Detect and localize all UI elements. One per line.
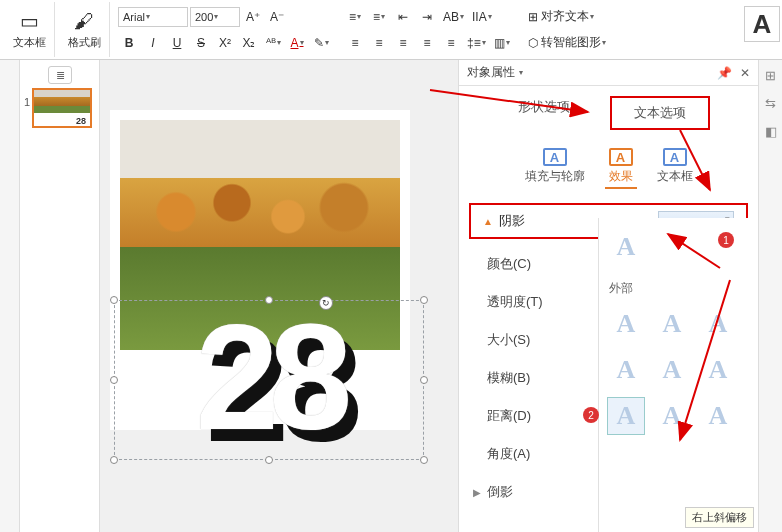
slide-canvas[interactable]: 28 28 ↻ bbox=[100, 60, 458, 532]
superscript-button[interactable]: X² bbox=[214, 32, 236, 54]
fill-icon: A bbox=[543, 148, 567, 166]
subtab-fill-label: 填充与轮廓 bbox=[525, 168, 585, 185]
format-painter-label: 格式刷 bbox=[68, 35, 101, 50]
bold-button[interactable]: B bbox=[118, 32, 140, 54]
align-left-button[interactable]: ≡ bbox=[344, 32, 366, 54]
ribbon-group-arrange: ⊞ 对齐文本▾ ⬡ 转智能图形▾ bbox=[521, 2, 613, 57]
slide-number: 1 bbox=[24, 96, 30, 108]
collapse-icon: ▶ bbox=[473, 487, 481, 498]
ribbon-group-font: Arial▾ 200▾ A⁺ A⁻ B I U S X² X₂ ᴬᴮ▾ A▾ ✎… bbox=[114, 2, 336, 57]
gallery-outer-2[interactable]: A bbox=[653, 305, 691, 343]
gallery-section-outer: 外部 bbox=[603, 270, 754, 301]
smartart-icon: ⬡ bbox=[528, 36, 538, 50]
tab-text-options[interactable]: 文本选项 bbox=[610, 96, 710, 130]
sub-tabs: A 填充与轮廓 A 效果 A 文本框 bbox=[459, 140, 758, 199]
textbox-label: 文本框 bbox=[13, 35, 46, 50]
subtab-fill[interactable]: A 填充与轮廓 bbox=[521, 146, 589, 189]
increase-font-button[interactable]: A⁺ bbox=[242, 6, 264, 28]
decrease-font-button[interactable]: A⁻ bbox=[266, 6, 288, 28]
wordart-style-button[interactable]: A bbox=[744, 6, 780, 42]
annotation-badge-2: 2 bbox=[583, 407, 599, 423]
left-strip bbox=[0, 60, 20, 532]
handle-tr[interactable] bbox=[420, 296, 428, 304]
main-area: ≣ 1 28 28 28 ↻ 对象属 bbox=[0, 60, 782, 532]
handle-tl[interactable] bbox=[110, 296, 118, 304]
text-main: 28 bbox=[196, 302, 343, 452]
vtool-3[interactable]: ◧ bbox=[762, 122, 780, 140]
subscript-button[interactable]: X₂ bbox=[238, 32, 260, 54]
char-spacing-button[interactable]: AB▾ bbox=[440, 6, 467, 28]
numbering-button[interactable]: ≡▾ bbox=[368, 6, 390, 28]
indent-inc-button[interactable]: ⇥ bbox=[416, 6, 438, 28]
right-toolbar: ⊞ ⇆ ◧ bbox=[758, 60, 782, 532]
handle-mr[interactable] bbox=[420, 376, 428, 384]
text-direction-button[interactable]: IIA▾ bbox=[469, 6, 495, 28]
align-dist-button[interactable]: ≡ bbox=[440, 32, 462, 54]
close-icon[interactable]: ✕ bbox=[740, 66, 750, 80]
convert-smartart-button[interactable]: ⬡ 转智能图形▾ bbox=[525, 32, 609, 54]
option-tabs: 形状选项 文本选项 bbox=[459, 86, 758, 140]
line-spacing-button[interactable]: ‡≡▾ bbox=[464, 32, 489, 54]
handle-bl[interactable] bbox=[110, 456, 118, 464]
gallery-tooltip: 右上斜偏移 bbox=[685, 507, 754, 528]
italic-button[interactable]: I bbox=[142, 32, 164, 54]
underline-button[interactable]: U bbox=[166, 32, 188, 54]
subtab-textbox-label: 文本框 bbox=[657, 168, 693, 185]
shadow-label: 阴影 bbox=[499, 212, 525, 230]
vtool-2[interactable]: ⇆ bbox=[762, 94, 780, 112]
thumb-text: 28 bbox=[76, 116, 86, 126]
font-color-button[interactable]: A▾ bbox=[286, 32, 308, 54]
subtab-textbox[interactable]: A 文本框 bbox=[653, 146, 697, 189]
ribbon-group-format: 🖌 格式刷 bbox=[59, 2, 110, 57]
gallery-outer-3[interactable]: A bbox=[699, 305, 737, 343]
subtab-effect[interactable]: A 效果 bbox=[605, 146, 637, 189]
font-name-select[interactable]: Arial▾ bbox=[118, 7, 188, 27]
gallery-no-shadow[interactable]: A bbox=[607, 228, 645, 266]
reflection-label: 倒影 bbox=[487, 483, 513, 501]
format-painter-button[interactable]: 🖌 格式刷 bbox=[63, 5, 105, 55]
align-right-button[interactable]: ≡ bbox=[392, 32, 414, 54]
columns-button[interactable]: ▥▾ bbox=[491, 32, 513, 54]
indent-dec-button[interactable]: ⇤ bbox=[392, 6, 414, 28]
effect-icon: A bbox=[609, 148, 633, 166]
brush-icon: 🖌 bbox=[74, 10, 94, 33]
expand-icon: ▲ bbox=[483, 216, 493, 227]
bullets-button[interactable]: ≡▾ bbox=[344, 6, 366, 28]
gallery-outer-1[interactable]: A bbox=[607, 305, 645, 343]
textbox-icon: ▭ bbox=[20, 9, 39, 33]
vtool-1[interactable]: ⊞ bbox=[762, 66, 780, 84]
align-center-button[interactable]: ≡ bbox=[368, 32, 390, 54]
slide: 28 28 ↻ bbox=[110, 110, 410, 430]
align-text-button[interactable]: ⊞ 对齐文本▾ bbox=[525, 6, 597, 28]
textbox-button[interactable]: ▭ 文本框 bbox=[8, 5, 50, 55]
change-case-button[interactable]: ᴬᴮ▾ bbox=[262, 32, 284, 54]
pin-icon[interactable]: 📌 bbox=[717, 66, 732, 80]
strike-button[interactable]: S bbox=[190, 32, 212, 54]
pane-title: 对象属性 bbox=[467, 64, 515, 81]
font-size-select[interactable]: 200▾ bbox=[190, 7, 240, 27]
align-justify-button[interactable]: ≡ bbox=[416, 32, 438, 54]
textbox-selection[interactable]: 28 28 ↻ bbox=[114, 300, 424, 460]
thumbnail-panel: ≣ 1 28 bbox=[20, 60, 100, 532]
convert-smart-label: 转智能图形 bbox=[541, 34, 601, 51]
slide-thumbnail[interactable]: 28 bbox=[32, 88, 92, 128]
gallery-outer-6[interactable]: A bbox=[699, 351, 737, 389]
font-name-value: Arial bbox=[123, 11, 145, 23]
gallery-outer-4[interactable]: A bbox=[607, 351, 645, 389]
properties-pane: 对象属性▾ 📌 ✕ 形状选项 文本选项 A 填充与轮廓 A 效果 A 文本框 bbox=[458, 60, 758, 532]
gallery-outer-7[interactable]: A bbox=[607, 397, 645, 435]
handle-br[interactable] bbox=[420, 456, 428, 464]
ribbon-group-textbox: ▭ 文本框 bbox=[4, 2, 55, 57]
align-text-label: 对齐文本 bbox=[541, 8, 589, 25]
handle-ml[interactable] bbox=[110, 376, 118, 384]
gallery-outer-5[interactable]: A bbox=[653, 351, 691, 389]
outline-toggle[interactable]: ≣ bbox=[48, 66, 72, 84]
textbox-tab-icon: A bbox=[663, 148, 687, 166]
gallery-outer-9[interactable]: A bbox=[699, 397, 737, 435]
pane-header: 对象属性▾ 📌 ✕ bbox=[459, 60, 758, 86]
annotation-badge-1: 1 bbox=[718, 232, 734, 248]
tab-shape-options[interactable]: 形状选项 bbox=[508, 96, 580, 130]
font-size-value: 200 bbox=[195, 11, 213, 23]
gallery-outer-8[interactable]: A bbox=[653, 397, 691, 435]
highlight-button[interactable]: ✎▾ bbox=[310, 32, 332, 54]
